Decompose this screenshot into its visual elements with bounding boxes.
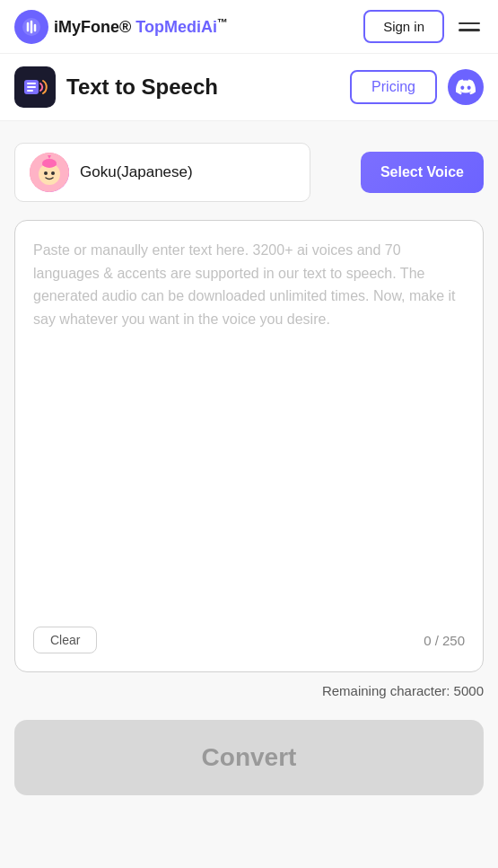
- clear-button[interactable]: Clear: [33, 627, 97, 653]
- page-title: Text to Speech: [66, 75, 218, 100]
- remaining-character: Remaining character: 5000: [14, 683, 484, 698]
- select-voice-button[interactable]: Select Voice: [361, 152, 484, 193]
- svg-rect-4: [27, 90, 33, 92]
- menu-button[interactable]: [455, 19, 484, 35]
- pricing-button[interactable]: Pricing: [350, 70, 437, 104]
- logo-icon: [14, 10, 48, 44]
- header-right: Sign in: [363, 10, 484, 43]
- main-content: Goku(Japanese) Select Voice Clear 0 / 25…: [0, 121, 498, 868]
- text-area-footer: Clear 0 / 250: [33, 627, 465, 653]
- tts-icon-box: [14, 66, 56, 108]
- svg-point-11: [44, 171, 48, 175]
- sign-in-button[interactable]: Sign in: [363, 10, 444, 43]
- voice-name: Goku(Japanese): [80, 163, 193, 181]
- sub-header-left: Text to Speech: [14, 66, 218, 108]
- svg-point-12: [51, 171, 55, 175]
- menu-line-2: [459, 29, 480, 31]
- char-count: 0 / 250: [424, 633, 465, 648]
- svg-rect-2: [27, 83, 36, 84]
- header-left: iMyFone® TopMediAi™: [14, 10, 228, 44]
- menu-line-1: [459, 22, 480, 25]
- voice-selector[interactable]: Goku(Japanese): [14, 143, 310, 202]
- voice-row: Goku(Japanese) Select Voice: [14, 143, 484, 202]
- sub-header: Text to Speech Pricing: [0, 54, 498, 121]
- sub-header-right: Pricing: [350, 69, 484, 105]
- svg-rect-3: [27, 86, 36, 88]
- text-area-container: Clear 0 / 250: [14, 220, 484, 672]
- discord-button[interactable]: [448, 69, 484, 105]
- header: iMyFone® TopMediAi™ Sign in: [0, 0, 498, 54]
- text-input[interactable]: [33, 239, 465, 616]
- convert-button[interactable]: Convert: [14, 720, 484, 795]
- avatar: [30, 153, 69, 192]
- brand-name: iMyFone® TopMediAi™: [54, 16, 228, 37]
